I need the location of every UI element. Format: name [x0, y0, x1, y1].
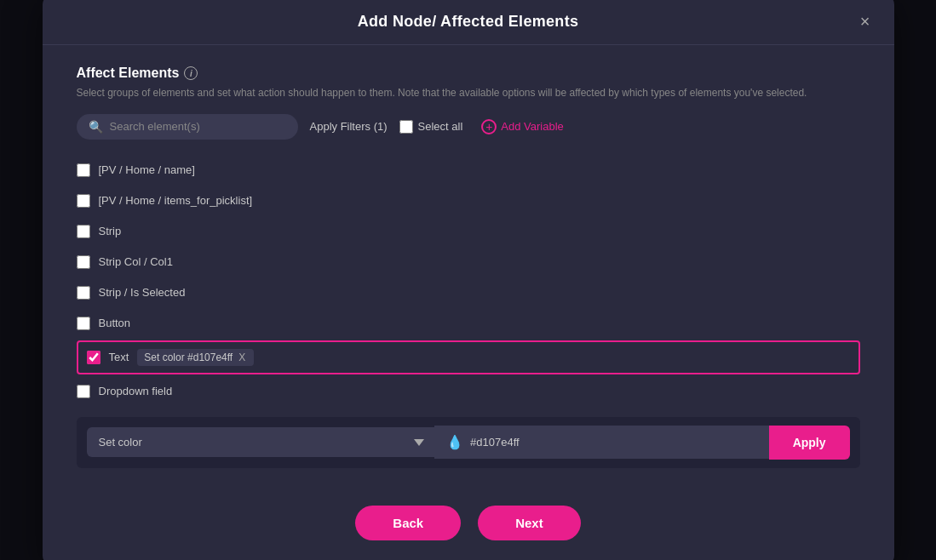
section-description: Select groups of elements and set what a… [77, 86, 860, 100]
element-label: [PV / Home / name] [99, 163, 195, 176]
action-select[interactable]: Set color [87, 427, 435, 457]
apply-button[interactable]: Apply [769, 426, 850, 460]
color-value: #d107e4ff [470, 436, 520, 449]
apply-filters-button[interactable]: Apply Filters (1) [310, 120, 388, 133]
element-checkbox-button[interactable] [77, 317, 90, 330]
element-label: Strip / Is Selected [99, 286, 186, 299]
select-all-row: Select all [399, 120, 463, 134]
elements-list: [PV / Home / name] [PV / Home / items_fo… [77, 155, 860, 407]
list-item: Strip / Is Selected [77, 277, 860, 308]
add-variable-button[interactable]: + Add Variable [481, 119, 563, 134]
list-item: Strip Col / Col1 [77, 247, 860, 277]
close-button[interactable]: × [853, 9, 877, 33]
search-filter-row: 🔍 Apply Filters (1) Select all + Add Var… [77, 114, 860, 140]
search-icon: 🔍 [89, 120, 103, 134]
element-label: Text [109, 351, 129, 363]
modal-footer: Back Next [43, 485, 894, 560]
section-title: Affect Elements i [77, 66, 860, 81]
select-all-label[interactable]: Select all [418, 120, 463, 133]
element-checkbox-pv-home-name[interactable] [77, 163, 90, 177]
element-checkbox-strip-is-selected[interactable] [77, 286, 90, 300]
plus-circle-icon: + [481, 119, 497, 134]
modal-body: Affect Elements i Select groups of eleme… [43, 45, 894, 485]
element-label: Strip Col / Col1 [99, 255, 173, 268]
search-box: 🔍 [77, 114, 298, 140]
back-button[interactable]: Back [355, 506, 461, 540]
tag-remove-button[interactable]: X [237, 352, 247, 363]
modal-header: Add Node/ Affected Elements × [43, 0, 894, 45]
checked-list-item-text: Text Set color #d107e4ff X [77, 340, 860, 374]
list-item: [PV / Home / items_for_picklist] [77, 186, 860, 216]
element-label: Button [99, 317, 131, 329]
modal-overlay: Add Node/ Affected Elements × Affect Ele… [0, 0, 936, 560]
element-checkbox-dropdown[interactable] [77, 385, 90, 398]
list-item: Strip [77, 216, 860, 247]
next-button[interactable]: Next [478, 506, 581, 540]
list-item: Button [77, 308, 860, 339]
modal-title: Add Node/ Affected Elements [358, 13, 578, 31]
modal: Add Node/ Affected Elements × Affect Ele… [43, 0, 894, 560]
tag-badge: Set color #d107e4ff X [137, 349, 254, 366]
element-label: Dropdown field [99, 385, 173, 397]
select-all-checkbox[interactable] [399, 120, 413, 134]
element-checkbox-text[interactable] [87, 351, 100, 364]
element-checkbox-pv-home-items[interactable] [77, 194, 90, 208]
list-item: Dropdown field [77, 376, 860, 407]
info-icon: i [184, 66, 198, 80]
color-input-wrap: 💧 #d107e4ff [434, 426, 769, 459]
tag-label: Set color #d107e4ff [144, 351, 233, 363]
element-label: Strip [99, 225, 122, 237]
element-checkbox-strip-col[interactable] [77, 255, 90, 269]
element-checkbox-strip[interactable] [77, 225, 90, 238]
list-item: [PV / Home / name] [77, 155, 860, 186]
action-bar: Set color 💧 #d107e4ff Apply [77, 417, 860, 468]
search-input[interactable] [110, 120, 263, 133]
color-drop-icon: 💧 [446, 434, 463, 450]
element-label: [PV / Home / items_for_picklist] [99, 194, 253, 207]
